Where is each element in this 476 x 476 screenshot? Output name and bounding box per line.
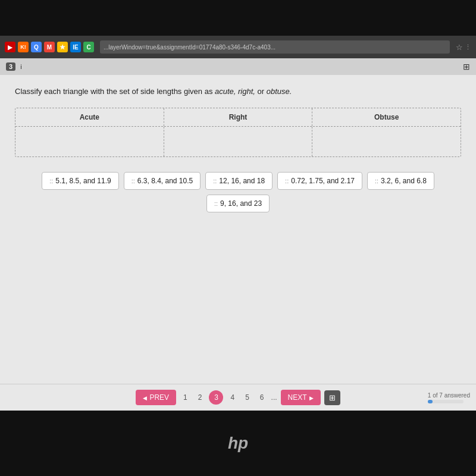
drag-handle-icon: ::	[213, 177, 217, 184]
choices-container: :: 5.1, 8.5, and 11.9 :: 6.3, 8.4, and 1…	[15, 172, 461, 212]
ie-icon[interactable]: IE	[70, 42, 81, 52]
drop-zone-obtuse[interactable]	[312, 127, 461, 156]
grid-icon[interactable]: ⊞	[463, 62, 470, 71]
hp-logo: hp	[228, 434, 248, 453]
drop-table: Acute Right Obtuse	[15, 108, 461, 157]
choice-label: 3.2, 6, and 6.8	[381, 177, 427, 185]
choice-label: 6.3, 8.4, and 10.5	[137, 177, 193, 185]
youtube-icon[interactable]: ▶	[5, 42, 15, 52]
grid-view-button[interactable]: ⊞	[324, 390, 340, 405]
question-number-badge: 3	[6, 62, 15, 71]
choice-item[interactable]: :: 0.72, 1.75, and 2.17	[277, 172, 362, 190]
choice-label: 0.72, 1.75, and 2.17	[291, 177, 355, 185]
q-icon[interactable]: Q	[31, 42, 42, 52]
page-4[interactable]: 4	[227, 391, 238, 404]
main-content: Classify each triangle with the set of s…	[0, 75, 476, 384]
col-header-acute: Acute	[15, 108, 164, 126]
bookmark-icon[interactable]: ☆	[456, 43, 463, 52]
nav-bar: PREV 1 2 3 4 5 6 ... NEXT ⊞ 1 of 7 answe…	[0, 384, 476, 411]
col-header-right: Right	[164, 108, 313, 126]
page-5[interactable]: 5	[242, 391, 253, 404]
choice-item[interactable]: :: 3.2, 6, and 6.8	[367, 172, 434, 190]
drop-zone-acute[interactable]	[15, 127, 164, 156]
drag-handle-icon: ::	[375, 177, 378, 184]
choice-item[interactable]: :: 9, 16, and 23	[206, 195, 270, 212]
c-icon[interactable]: C	[83, 42, 94, 52]
bottom-bar: hp	[0, 411, 476, 476]
drop-zone-right[interactable]	[164, 127, 313, 156]
url-text: ...layerWindow=true&assignmentId=01774a8…	[104, 44, 275, 51]
star-icon[interactable]: ★	[57, 42, 68, 52]
answered-container: 1 of 7 answered	[428, 392, 470, 403]
next-arrow-icon	[309, 393, 314, 402]
answered-fill	[428, 400, 433, 403]
drag-handle-icon: ::	[285, 177, 289, 184]
drop-table-header: Acute Right Obtuse	[15, 108, 461, 127]
prev-arrow-icon	[143, 393, 147, 402]
page-2[interactable]: 2	[195, 391, 206, 404]
page-1[interactable]: 1	[180, 391, 191, 404]
choice-item[interactable]: :: 5.1, 8.5, and 11.9	[42, 172, 119, 190]
prev-button[interactable]: PREV	[136, 390, 176, 405]
next-label: NEXT	[288, 393, 307, 402]
choice-item[interactable]: :: 6.3, 8.4, and 10.5	[124, 172, 201, 190]
extensions-icon[interactable]: ⋮	[465, 43, 471, 51]
k-icon[interactable]: K!	[18, 42, 29, 52]
top-black-bar	[0, 0, 476, 36]
drop-table-body	[15, 127, 461, 156]
question-text: Classify each triangle with the set of s…	[15, 87, 461, 96]
screen: ▶ K! Q M ★ IE C ...layerWindow=true&assi…	[0, 0, 476, 476]
gmail-icon[interactable]: M	[44, 42, 55, 52]
prev-label: PREV	[149, 393, 169, 402]
choice-label: 9, 16, and 23	[220, 199, 262, 208]
url-bar[interactable]: ...layerWindow=true&assignmentId=01774a8…	[100, 40, 450, 54]
browser-chrome: ▶ K! Q M ★ IE C ...layerWindow=true&assi…	[0, 36, 476, 58]
answered-text: 1 of 7 answered	[428, 392, 470, 399]
browser-actions: ☆ ⋮	[456, 43, 471, 52]
choice-label: 12, 16, and 18	[219, 177, 265, 185]
choice-item[interactable]: :: 12, 16, and 18	[205, 172, 273, 190]
app-toolbar: 3 i ⊞	[0, 58, 476, 75]
next-button[interactable]: NEXT	[281, 390, 321, 405]
page-3-active[interactable]: 3	[209, 390, 223, 405]
drag-handle-icon: ::	[214, 200, 218, 207]
page-dots: ...	[271, 393, 277, 402]
col-header-obtuse: Obtuse	[312, 108, 461, 126]
info-icon: i	[20, 63, 21, 70]
page-6[interactable]: 6	[256, 391, 268, 404]
drag-handle-icon: ::	[131, 177, 135, 184]
answered-bar	[428, 400, 464, 403]
drag-handle-icon: ::	[49, 177, 53, 184]
choice-label: 5.1, 8.5, and 11.9	[55, 177, 111, 185]
